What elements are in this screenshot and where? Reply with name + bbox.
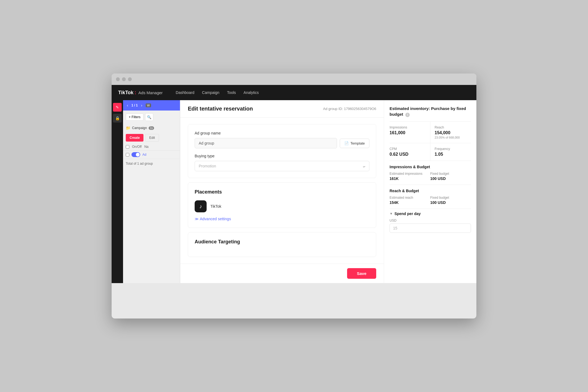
placement-tiktok-item: ♪ TikTok	[195, 200, 369, 212]
audience-section-title: Audience Targeting	[195, 239, 369, 245]
buying-type-wrapper: Promotion ⌄	[195, 161, 369, 171]
spend-collapse-icon: ▼	[390, 212, 393, 216]
buying-type-label: Buying type	[195, 154, 369, 158]
sidebar-total-text: Total of 1 ad group	[123, 159, 180, 168]
window-close-dot[interactable]	[116, 77, 120, 81]
ad-group-name-input[interactable]	[195, 138, 337, 148]
logo-ads-text: Ads Manager	[138, 90, 163, 95]
search-icon-button[interactable]: 🔍	[145, 113, 153, 121]
section-divider-2	[390, 209, 471, 209]
select-all-checkbox[interactable]	[126, 145, 129, 149]
impressions-budget-section: Impressions & Budget Estimated impressio…	[390, 165, 471, 181]
fixed-budget-value: 100 USD	[430, 176, 471, 181]
sidebar-pagination: 1 / 1	[131, 103, 138, 107]
fixed-budget2-label: Fixed budget	[430, 196, 471, 200]
ad-group-name-section: Ad group name 📄 Template Buying type	[188, 124, 376, 178]
sidebar-next-arrow[interactable]: ›	[140, 103, 143, 108]
icon-bar-edit[interactable]: ✎	[113, 103, 122, 112]
toggle-switch[interactable]	[131, 152, 140, 157]
sidebar-ad-row: Ad	[123, 151, 180, 159]
spend-per-day-section: ▼ Spend per day USD	[390, 212, 471, 233]
icon-bar: ✎ 🔒	[112, 100, 123, 283]
nav-item-campaign[interactable]: Campaign	[202, 90, 219, 95]
nav-links: Dashboard Campaign Tools Analytics	[176, 90, 259, 95]
table-header: On/Off Na	[123, 143, 180, 151]
sidebar: ‹ 1 / 1 › W + Filters 🔍 📁 Campaign 1s Cr…	[123, 100, 180, 283]
stats-grid: Impressions 161,000 Reach 154,000 23.05%…	[390, 121, 471, 161]
placements-section: Placements ♪ TikTok ≫ Advanced settings	[188, 182, 376, 228]
reach-cell: Reach 154,000 23.05% of 668,000	[430, 122, 471, 143]
save-button[interactable]: Save	[347, 268, 376, 279]
spend-currency-label: USD	[390, 219, 471, 222]
reach-value: 154,000	[435, 130, 471, 135]
sidebar-row-checkbox[interactable]	[126, 153, 129, 157]
campaign-folder-icon: 📁	[126, 126, 130, 130]
impressions-budget-grid: Estimated impressions 161K Fixed budget …	[390, 172, 471, 181]
window-minimize-dot[interactable]	[122, 77, 126, 81]
ad-group-link[interactable]: Ad	[142, 153, 146, 157]
nav-item-tools[interactable]: Tools	[227, 90, 236, 95]
impressions-value: 161,000	[390, 130, 426, 135]
col-name-label: Na	[144, 145, 148, 149]
fixed-budget-cell: Fixed budget 100 USD	[430, 172, 471, 181]
logo-tiktok-text: TikTok	[118, 90, 133, 96]
input-with-template: 📄 Template	[195, 138, 369, 148]
impressions-label: Impressions	[390, 125, 426, 129]
section-divider-1	[390, 185, 471, 185]
sidebar-toolbar: ‹ 1 / 1 › W	[123, 100, 180, 111]
modal-id-label: Ad group ID:	[323, 107, 343, 111]
sidebar-w-badge: W	[146, 103, 151, 107]
cpm-cell: CPM 0.62 USD	[390, 143, 430, 161]
top-nav: TikTok: Ads Manager Dashboard Campaign T…	[112, 85, 476, 100]
ad-group-name-label: Ad group name	[195, 131, 369, 135]
spend-input[interactable]	[390, 223, 471, 233]
est-impressions-label: Estimated impressions	[390, 172, 430, 176]
reach-label: Reach	[435, 125, 471, 129]
window-titlebar	[112, 74, 476, 85]
audience-targeting-section: Audience Targeting	[188, 232, 376, 257]
tiktok-platform-icon: ♪	[195, 200, 207, 212]
advanced-settings-link[interactable]: ≫ Advanced settings	[195, 217, 369, 221]
frequency-cell: Frequency 1.05	[430, 143, 471, 161]
window-maximize-dot[interactable]	[128, 77, 132, 81]
est-impressions-cell: Estimated impressions 161K	[390, 172, 430, 181]
tiktok-platform-label: TikTok	[210, 204, 221, 209]
est-reach-cell: Estimated reach 154K	[390, 196, 430, 205]
frequency-label: Frequency	[435, 147, 471, 151]
buying-type-value: Promotion	[199, 164, 216, 168]
fixed-budget-label: Fixed budget	[430, 172, 471, 176]
filters-button[interactable]: + Filters	[126, 114, 143, 121]
logo-dot: :	[134, 90, 136, 96]
reach-sub: 23.05% of 668,000	[435, 136, 471, 139]
spend-per-day-header[interactable]: ▼ Spend per day	[390, 212, 471, 216]
main-area: ✎ 🔒 ‹ 1 / 1 › W + Filters 🔍 📁 Campaign	[112, 100, 476, 283]
app-container: TikTok: Ads Manager Dashboard Campaign T…	[112, 85, 476, 283]
spend-input-wrapper	[390, 223, 471, 233]
app-window: TikTok: Ads Manager Dashboard Campaign T…	[112, 74, 476, 318]
col-on-off-label: On/Off	[132, 145, 142, 149]
template-button[interactable]: 📄 Template	[340, 139, 369, 148]
content-area: Edit tentative reservation Ad group ID: …	[180, 100, 476, 283]
nav-item-analytics[interactable]: Analytics	[244, 90, 259, 95]
nav-item-dashboard[interactable]: Dashboard	[176, 90, 195, 95]
create-button[interactable]: Create	[126, 134, 143, 142]
info-icon[interactable]: i	[405, 113, 410, 117]
template-icon: 📄	[344, 141, 349, 145]
save-bar: Save	[180, 264, 384, 283]
edit-button[interactable]: Edit	[145, 134, 159, 142]
sidebar-campaign-row: 📁 Campaign 1s	[123, 124, 180, 132]
est-reach-label: Estimated reach	[390, 196, 430, 200]
frequency-value: 1.05	[435, 152, 471, 157]
buying-type-chevron-icon: ⌄	[362, 164, 365, 168]
modal-panel: Edit tentative reservation Ad group ID: …	[180, 100, 384, 283]
reach-budget-title: Reach & Budget	[390, 189, 471, 193]
sidebar-campaign-label: Campaign	[132, 126, 147, 130]
sidebar-prev-arrow[interactable]: ‹	[126, 103, 129, 108]
sidebar-campaign-badge: 1s	[149, 126, 154, 130]
modal-id-value: 17960256304579O6	[344, 107, 376, 111]
buying-type-select[interactable]: Promotion ⌄	[195, 161, 369, 171]
modal-title: Edit tentative reservation	[188, 106, 253, 112]
advanced-chevron-icon: ≫	[195, 217, 199, 221]
advanced-settings-label: Advanced settings	[200, 217, 231, 221]
icon-bar-lock[interactable]: 🔒	[113, 114, 122, 122]
